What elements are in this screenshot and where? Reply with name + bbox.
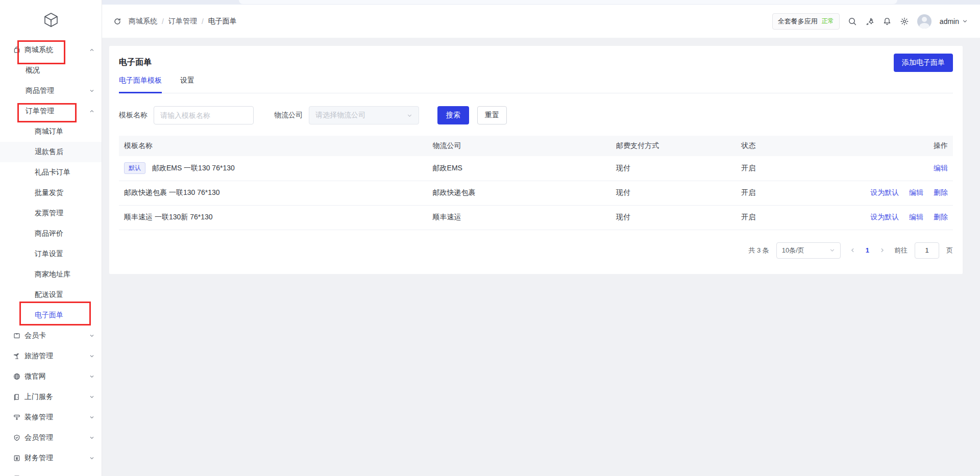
edit-link[interactable]: 编辑 [909, 188, 923, 196]
sidebar-item-product-reviews[interactable]: 商品评价 [0, 223, 102, 244]
sidebar-item-decoration-mgmt[interactable]: 装修管理 [0, 407, 102, 428]
sidebar-item-member-mgmt[interactable]: 会员管理 [0, 428, 102, 448]
chevron-down-icon [89, 435, 94, 440]
col-template-name: 模板名称 [119, 136, 428, 156]
sidebar-item-travel-mgmt[interactable]: 旅游管理 [0, 346, 102, 366]
pagination: 共 3 条 10条/页 1 前往 页 [119, 242, 953, 259]
status-cell: 开启 [736, 181, 844, 205]
sidebar-item-mall-system[interactable]: 商城系统 [0, 40, 102, 60]
add-ewaybill-button[interactable]: 添加电子面单 [894, 54, 953, 72]
breadcrumb-item[interactable]: 商城系统 [129, 17, 157, 26]
rocket-icon[interactable] [865, 17, 874, 26]
card-header: 电子面单 添加电子面单 [119, 46, 953, 68]
user-menu[interactable]: admin [940, 17, 968, 26]
delete-link[interactable]: 删除 [934, 188, 948, 196]
gear-icon[interactable] [900, 17, 909, 26]
member-icon [12, 434, 21, 442]
payment-cell: 现付 [611, 156, 736, 181]
default-badge: 默认 [124, 162, 145, 174]
sidebar-item-invoice-mgmt[interactable]: 发票管理 [0, 203, 102, 223]
edit-link[interactable]: 编辑 [934, 164, 948, 172]
page-size-value: 10条/页 [782, 246, 804, 255]
avatar[interactable] [917, 14, 932, 29]
breadcrumb-separator: / [162, 17, 164, 26]
chevron-down-icon [89, 394, 94, 399]
filter-bar: 模板名称 物流公司 请选择物流公司 搜索 重置 [119, 106, 953, 124]
tab-bar: 电子面单模板 设置 [119, 76, 953, 93]
next-page-icon[interactable] [879, 247, 885, 253]
sidebar-item-overview[interactable]: 概况 [0, 60, 102, 81]
sidebar-item-label: 上门服务 [24, 392, 53, 402]
content-card: 电子面单 添加电子面单 电子面单模板 设置 模板名称 物流公司 请选择物流公司 … [109, 46, 963, 274]
tab-settings[interactable]: 设置 [180, 76, 194, 93]
ewaybill-table: 模板名称 物流公司 邮费支付方式 状态 操作 默认 邮政EMS 一联130 76… [119, 136, 953, 230]
bag-icon [12, 46, 21, 55]
sidebar-item-delivery-settings[interactable]: 配送设置 [0, 285, 102, 305]
page-size-select[interactable]: 10条/页 [776, 242, 841, 259]
bell-icon[interactable] [883, 17, 892, 26]
top-header: 商城系统 / 订单管理 / 电子面单 全套餐多应用 正常 admin [102, 5, 980, 38]
sidebar-item-partial[interactable] [0, 468, 102, 476]
search-button[interactable]: 搜索 [437, 106, 469, 124]
col-actions: 操作 [845, 136, 953, 156]
delete-link[interactable]: 删除 [934, 213, 948, 221]
chevron-down-icon [829, 247, 835, 253]
sidebar-item-giftcard-orders[interactable]: 礼品卡订单 [0, 162, 102, 183]
app-logo[interactable] [0, 0, 102, 40]
sidebar-item-finance-mgmt[interactable]: 财务管理 [0, 448, 102, 468]
sidebar-item-ewaybill[interactable]: 电子面单 [0, 305, 102, 325]
logistics-label: 物流公司 [274, 111, 303, 120]
set-default-link[interactable]: 设为默认 [870, 213, 899, 221]
tab-ewaybill-template[interactable]: 电子面单模板 [119, 76, 162, 93]
current-page[interactable]: 1 [866, 246, 869, 254]
member-card-icon [12, 332, 21, 340]
sidebar-item-product-mgmt[interactable]: 商品管理 [0, 81, 102, 101]
sidebar-item-door-service[interactable]: 上门服务 [0, 387, 102, 407]
template-name: 邮政快递包裹 一联130 76*130 [124, 188, 220, 196]
goto-label: 前往 [894, 246, 908, 255]
search-icon[interactable] [848, 17, 857, 26]
payment-cell: 现付 [611, 205, 736, 230]
browser-addressbar-fragment [239, 0, 897, 4]
header-actions: 全套餐多应用 正常 admin [772, 13, 968, 30]
sidebar-item-member-card[interactable]: 会员卡 [0, 325, 102, 346]
logistics-select-placeholder: 请选择物流公司 [315, 111, 365, 120]
plan-badge[interactable]: 全套餐多应用 正常 [772, 13, 840, 30]
sidebar-item-batch-shipping[interactable]: 批量发货 [0, 183, 102, 203]
sidebar-item-label: 商家地址库 [35, 270, 70, 279]
table-row: 顺丰速运 一联130新 76*130 顺丰速运 现付 开启 设为默认 编辑 删除 [119, 205, 953, 230]
logistics-select[interactable]: 请选择物流公司 [309, 106, 419, 124]
breadcrumb-item[interactable]: 订单管理 [168, 17, 197, 26]
breadcrumb-item-current: 电子面单 [208, 17, 237, 26]
refresh-icon[interactable] [113, 17, 121, 26]
sidebar-item-label: 礼品卡订单 [35, 168, 70, 177]
sidebar-item-micro-site[interactable]: 微官网 [0, 366, 102, 387]
sidebar-item-label: 商品评价 [35, 229, 63, 238]
sidebar-item-order-settings[interactable]: 订单设置 [0, 244, 102, 264]
reset-button[interactable]: 重置 [477, 106, 507, 124]
breadcrumb-separator: / [202, 17, 204, 26]
sidebar-item-label: 退款售后 [35, 147, 63, 157]
chevron-down-icon [962, 18, 968, 24]
breadcrumb: 商城系统 / 订单管理 / 电子面单 [129, 17, 237, 26]
sidebar-item-order-mgmt[interactable]: 订单管理 [0, 101, 102, 121]
sidebar-item-label: 订单设置 [35, 249, 63, 259]
sidebar: 商城系统 概况 商品管理 订单管理 商城订单 退款售后 礼品卡订单 批量发货 发… [0, 0, 102, 476]
sidebar-item-refund-aftersale[interactable]: 退款售后 [0, 142, 102, 162]
goto-page-input[interactable] [915, 242, 939, 259]
status-cell: 开启 [736, 205, 844, 230]
sidebar-item-label: 订单管理 [26, 107, 54, 116]
sidebar-item-label: 会员卡 [24, 331, 46, 340]
travel-icon [12, 352, 21, 361]
sidebar-item-label: 财务管理 [24, 454, 53, 463]
sidebar-item-mall-orders[interactable]: 商城订单 [0, 121, 102, 142]
sidebar-item-merchant-address[interactable]: 商家地址库 [0, 264, 102, 285]
set-default-link[interactable]: 设为默认 [870, 188, 899, 196]
logistics-cell: 顺丰速运 [428, 205, 611, 230]
chevron-up-icon [89, 47, 94, 53]
template-name-input[interactable] [154, 106, 254, 124]
sidebar-item-label: 商城系统 [24, 45, 53, 55]
sidebar-item-label: 概况 [26, 66, 40, 75]
edit-link[interactable]: 编辑 [909, 213, 923, 221]
prev-page-icon[interactable] [850, 247, 855, 253]
